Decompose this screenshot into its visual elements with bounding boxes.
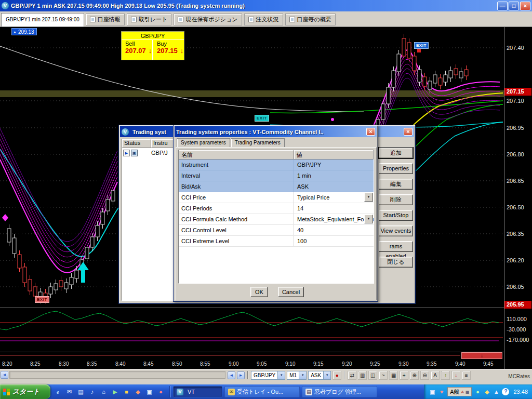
minimize-button[interactable]: —	[497, 2, 508, 10]
tab-chart-active[interactable]: GBP/JPY1 min 207.15 09:49:00	[1, 13, 84, 26]
taskbar-window-vt[interactable]: V VT	[173, 386, 222, 397]
view-events-button[interactable]: View events	[379, 225, 413, 236]
tab-trading-parameters[interactable]: Trading Parameters	[231, 138, 285, 148]
tray-icon[interactable]: ●	[474, 388, 481, 395]
column-value-header[interactable]: 値	[294, 150, 374, 159]
cancel-button[interactable]: Cancel	[278, 287, 304, 297]
alert-icon[interactable]: ●	[332, 371, 341, 380]
vt-logo-icon: V	[177, 389, 183, 395]
browser-icon[interactable]: e	[54, 388, 62, 396]
param-row[interactable]: CCI Formula Calc Method MetaStock_Equiva…	[179, 214, 374, 225]
param-row[interactable]: CCI Control Level 40	[179, 225, 374, 236]
dropdown-icon[interactable]: ▼	[323, 371, 330, 379]
taskbar-window-blog[interactable]: ▤ 忍者ブログ 管理...	[302, 386, 377, 397]
app-shortcut-icon[interactable]: ▣	[145, 388, 154, 396]
alarm-line	[0, 355, 460, 356]
app-shortcut-icon[interactable]: ●	[156, 388, 165, 396]
grid-icon[interactable]: ▦	[389, 371, 398, 380]
time-label: 9:25	[370, 361, 380, 367]
line-chart-icon[interactable]: ~	[379, 371, 388, 380]
column-name-header[interactable]: 名前	[179, 150, 294, 159]
restore-button[interactable]: □	[509, 2, 519, 10]
taskbar-window-mail[interactable]: ✉ 受信トレイ - Ou...	[224, 386, 300, 397]
tab-icon	[289, 17, 295, 22]
chart-forward-button[interactable]: ►	[237, 371, 245, 379]
timeframe-combo[interactable]: M1 ▼	[287, 371, 307, 380]
alarm-marker[interactable]: ↓	[461, 352, 502, 359]
list-icon[interactable]: ≡	[462, 371, 471, 380]
param-row[interactable]: Interval 1 min	[179, 170, 374, 181]
down-arrow-icon: ↓	[149, 47, 152, 55]
zoom-out-icon[interactable]: ⊖	[420, 371, 429, 380]
desktop-icon[interactable]: ⌂	[99, 388, 108, 396]
close-icon[interactable]: ×	[404, 128, 413, 136]
ime-bar[interactable]: A般 A ▦	[447, 387, 472, 396]
tab-dealing-rates[interactable]: 取引レート	[127, 14, 172, 25]
edit-button[interactable]: 編集	[379, 179, 413, 190]
properties-button[interactable]: Properties	[379, 163, 413, 174]
sell-button[interactable]: Sell 207.07↓	[122, 40, 153, 60]
candle-body	[75, 270, 78, 278]
dialog-titlebar[interactable]: Trading system properties : VT-Commodity…	[175, 126, 377, 137]
tab-open-positions[interactable]: 現在保有ポジション	[174, 14, 242, 25]
mail-icon[interactable]: ✉	[65, 388, 74, 396]
media-icon[interactable]: ♪	[88, 388, 97, 396]
ok-button[interactable]: OK	[250, 287, 268, 297]
add-button[interactable]: 追加	[379, 148, 413, 158]
zoom-in-icon[interactable]: ⊕	[410, 371, 419, 380]
candlestick-icon[interactable]: ◫	[368, 371, 377, 380]
application-window: V GBP/JPY 1 min ASK 207.15 09:49:00 High…	[0, 0, 532, 399]
symbol-combo[interactable]: GBP/JPY ▼	[251, 371, 285, 380]
help-tray-icon[interactable]: ?	[502, 388, 509, 395]
param-row[interactable]: CCI Price Typical Price ▼	[179, 192, 374, 203]
tray-icon[interactable]: ◆	[483, 388, 490, 395]
candle-body	[12, 238, 16, 254]
start-button[interactable]: スタート	[0, 384, 50, 399]
dropdown-button[interactable]: ▼	[364, 193, 373, 202]
tab-order-status[interactable]: 注文状況	[244, 14, 283, 25]
buy-button[interactable]: Buy 207.15↓	[153, 40, 184, 60]
param-row[interactable]: Instrument GBP/JPY	[179, 159, 374, 170]
param-row[interactable]: Bid/Ask ASK	[179, 181, 374, 192]
param-row[interactable]: CCI Extreme Level 100	[179, 236, 374, 247]
tray-icon[interactable]: ▣	[429, 388, 436, 395]
windows-flag-icon	[3, 389, 10, 395]
start-stop-button[interactable]: Start/Stop	[379, 210, 413, 221]
scroll-track[interactable]	[9, 371, 225, 379]
buy-marker-icon[interactable]: ↑	[441, 371, 450, 380]
params-enabled-button[interactable]: rams enabled	[379, 241, 413, 252]
close-icon[interactable]: ×	[366, 128, 375, 136]
candle-body	[418, 70, 421, 82]
time-label: 8:50	[172, 361, 182, 367]
sell-marker-icon[interactable]: ↓	[451, 371, 460, 380]
dropdown-icon[interactable]: ▼	[277, 371, 285, 379]
tab-account-summary[interactable]: 口座毎の概要	[285, 14, 336, 25]
bar-chart-icon[interactable]: ▥	[358, 371, 367, 380]
scroll-left-button[interactable]: ◄	[1, 371, 8, 379]
tab-account-info[interactable]: 口座情報	[86, 14, 125, 25]
app-shortcut-icon[interactable]: ▶	[111, 388, 119, 396]
cci-indicator-canvas[interactable]	[0, 308, 504, 352]
shift-chart-icon[interactable]: ⇄	[348, 371, 356, 380]
dropdown-icon[interactable]: ▼	[299, 371, 306, 379]
document-icon[interactable]: ▤	[76, 388, 85, 396]
price-type-combo[interactable]: ASK ▼	[308, 371, 331, 380]
close-window-button[interactable]: 閉じる	[379, 257, 413, 268]
app-shortcut-icon[interactable]: ◆	[134, 388, 142, 396]
dropdown-button[interactable]: ▼	[364, 215, 373, 223]
app-shortcut-icon[interactable]: ■	[122, 388, 131, 396]
param-row[interactable]: CCI Periods 14	[179, 203, 374, 214]
tab-icon	[131, 17, 137, 22]
tab-system-parameters[interactable]: System parameters	[177, 138, 230, 148]
chart-toolbar: ◄ ◄ ► GBP/JPY ▼ M1 ▼ ASK ▼ ● ⇄ ▥ ◫ ~ ▦	[0, 369, 532, 384]
candle-body	[28, 280, 32, 291]
delete-button[interactable]: 削除	[379, 194, 413, 205]
high-price-marker: ▲ 209.13	[11, 28, 37, 35]
tray-icon[interactable]: ▲	[493, 388, 500, 395]
text-tool-icon[interactable]: A	[431, 371, 440, 380]
tray-icon[interactable]: ♥	[438, 388, 445, 395]
close-button[interactable]: ×	[520, 2, 530, 10]
chart-back-button[interactable]: ◄	[228, 371, 235, 379]
crosshair-icon[interactable]: +	[400, 371, 408, 380]
column-status[interactable]: Status	[122, 139, 151, 148]
